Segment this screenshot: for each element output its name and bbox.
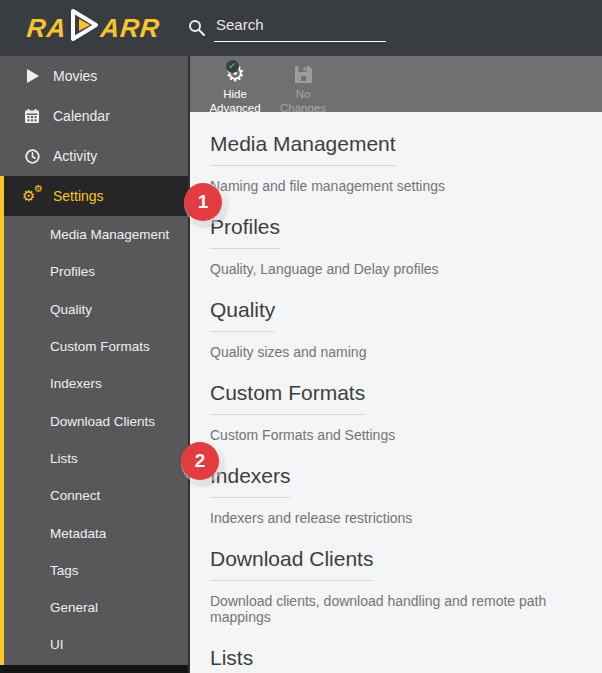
sidebar-subitem-indexers[interactable]: Indexers xyxy=(4,365,188,402)
clock-icon xyxy=(24,149,40,164)
sidebar-subitem-quality[interactable]: Quality xyxy=(4,291,188,328)
advanced-gear-icon: ⚙ ✔ xyxy=(225,61,245,87)
sidebar-subitem-general[interactable]: General xyxy=(4,589,188,626)
section-link[interactable]: Indexers xyxy=(210,464,291,498)
sidebar: Movies Calendar xyxy=(0,56,188,673)
settings-toolbar: ⚙ ✔ Hide Advanced No Changes xyxy=(190,56,602,112)
section-profiles: Profiles Quality, Language and Delay pro… xyxy=(210,215,582,277)
section-description: Naming and file management settings xyxy=(210,178,582,194)
sidebar-item-activity[interactable]: Activity xyxy=(0,136,188,176)
save-floppy-icon xyxy=(294,61,313,87)
gears-icon: ⚙⚙ xyxy=(24,188,41,205)
sidebar-item-label: Activity xyxy=(53,148,97,164)
settings-group: ⚙⚙ Settings Media Management Profiles Qu… xyxy=(0,176,188,665)
play-triangle-icon xyxy=(69,8,99,49)
section-description: Custom Formats and Settings xyxy=(210,427,582,443)
section-media-management: Media Management Naming and file managem… xyxy=(210,132,582,194)
sidebar-subitem-download-clients[interactable]: Download Clients xyxy=(4,402,188,439)
logo-text-right: ARR xyxy=(99,13,162,44)
play-icon xyxy=(24,69,40,83)
logo-text-left: RA xyxy=(25,13,68,44)
search-bar xyxy=(188,14,386,42)
sidebar-subitem-profiles[interactable]: Profiles xyxy=(4,253,188,290)
annotation-badge-1: 1 xyxy=(184,183,222,221)
section-quality: Quality Quality sizes and naming xyxy=(210,298,582,360)
section-lists: Lists xyxy=(210,646,582,673)
search-input[interactable] xyxy=(214,14,386,42)
section-link[interactable]: Lists xyxy=(210,646,253,673)
sidebar-bottom-strip xyxy=(0,665,188,673)
sidebar-item-label: Settings xyxy=(53,188,104,204)
sidebar-subitem-media-management[interactable]: Media Management xyxy=(4,216,188,253)
sidebar-subitem-metadata[interactable]: Metadata xyxy=(4,514,188,551)
calendar-icon xyxy=(24,109,40,123)
section-link[interactable]: Profiles xyxy=(210,215,280,249)
sidebar-subitem-ui[interactable]: UI xyxy=(4,626,188,663)
sidebar-subitem-connect[interactable]: Connect xyxy=(4,477,188,514)
section-description: Download clients, download handling and … xyxy=(210,593,582,625)
settings-overview: Media Management Naming and file managem… xyxy=(190,112,602,673)
section-indexers: Indexers Indexers and release restrictio… xyxy=(210,464,582,526)
sidebar-subitem-tags[interactable]: Tags xyxy=(4,552,188,589)
section-link[interactable]: Download Clients xyxy=(210,547,373,581)
main-column: ⚙ ✔ Hide Advanced No Changes xyxy=(188,56,602,673)
section-link[interactable]: Media Management xyxy=(210,132,396,166)
section-description: Indexers and release restrictions xyxy=(210,510,582,526)
sidebar-subitem-lists[interactable]: Lists xyxy=(4,440,188,477)
sidebar-subitem-custom-formats[interactable]: Custom Formats xyxy=(4,328,188,365)
section-description: Quality, Language and Delay profiles xyxy=(210,261,582,277)
hide-advanced-button[interactable]: ⚙ ✔ Hide Advanced xyxy=(202,61,268,115)
section-description: Quality sizes and naming xyxy=(210,344,582,360)
section-custom-formats: Custom Formats Custom Formats and Settin… xyxy=(210,381,582,443)
section-link[interactable]: Quality xyxy=(210,298,275,332)
section-link[interactable]: Custom Formats xyxy=(210,381,365,415)
no-changes-save-button[interactable]: No Changes xyxy=(270,61,336,115)
sidebar-item-label: Calendar xyxy=(53,108,110,124)
sidebar-item-calendar[interactable]: Calendar xyxy=(0,96,188,136)
search-icon xyxy=(188,19,205,36)
annotation-badge-2: 2 xyxy=(181,442,219,480)
top-bar: RA ARR xyxy=(0,0,602,56)
check-icon: ✔ xyxy=(226,60,239,73)
sidebar-item-settings[interactable]: ⚙⚙ Settings xyxy=(4,176,188,216)
sidebar-item-movies[interactable]: Movies xyxy=(0,56,188,96)
radarr-logo[interactable]: RA ARR xyxy=(25,8,162,49)
section-download-clients: Download Clients Download clients, downl… xyxy=(210,547,582,625)
sidebar-item-label: Movies xyxy=(53,68,97,84)
